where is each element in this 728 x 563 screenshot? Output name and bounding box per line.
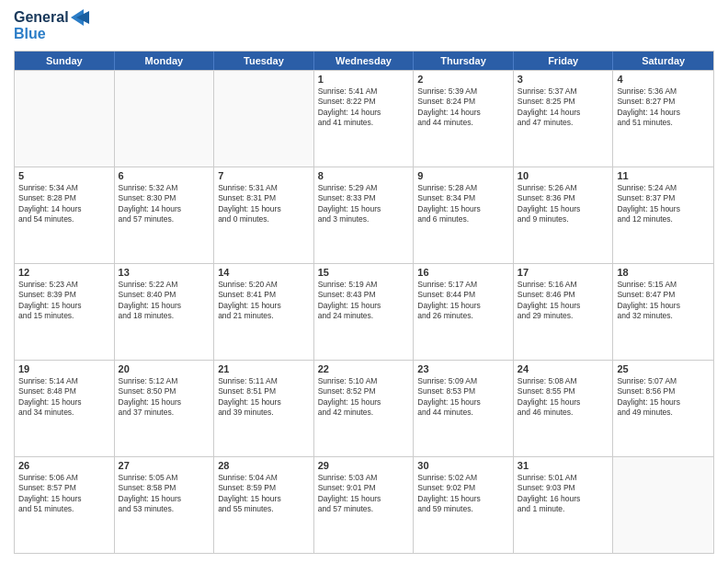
day-number: 17 <box>518 267 609 278</box>
cell-line: and 57 minutes. <box>318 504 410 514</box>
cell-data: Sunrise: 5:23 AMSunset: 8:39 PMDaylight:… <box>18 280 110 322</box>
logo-arrow-icon <box>71 9 89 26</box>
cell-line: Sunrise: 5:37 AM <box>518 86 609 97</box>
day-number: 14 <box>218 267 310 278</box>
cell-line: and 3 minutes. <box>318 214 410 224</box>
calendar-header: SundayMondayTuesdayWednesdayThursdayFrid… <box>15 52 713 70</box>
cell-data: Sunrise: 5:39 AMSunset: 8:24 PMDaylight:… <box>417 86 509 129</box>
cell-data: Sunrise: 5:15 AMSunset: 8:47 PMDaylight:… <box>617 280 710 322</box>
cell-line: Sunrise: 5:09 AM <box>417 376 509 386</box>
day-number: 19 <box>18 363 110 374</box>
cell-line: Sunset: 9:02 PM <box>417 483 509 493</box>
cell-line: Daylight: 15 hours <box>318 397 410 408</box>
cell-line: Sunrise: 5:28 AM <box>417 183 509 193</box>
cell-data: Sunrise: 5:11 AMSunset: 8:51 PMDaylight:… <box>218 376 310 419</box>
cell-line: Daylight: 15 hours <box>18 494 110 504</box>
day-number: 23 <box>417 363 509 374</box>
header-day: Monday <box>115 52 215 70</box>
cell-line: Sunrise: 5:36 AM <box>617 86 710 97</box>
calendar-cell: 5Sunrise: 5:34 AMSunset: 8:28 PMDaylight… <box>15 167 115 263</box>
cell-line: Sunset: 8:30 PM <box>119 193 210 203</box>
day-number: 2 <box>417 74 509 85</box>
cell-line: Sunrise: 5:31 AM <box>218 183 310 193</box>
calendar-cell: 14Sunrise: 5:20 AMSunset: 8:41 PMDayligh… <box>214 264 314 360</box>
cell-line: Sunset: 8:27 PM <box>617 97 710 107</box>
calendar-cell: 12Sunrise: 5:23 AMSunset: 8:39 PMDayligh… <box>15 264 115 360</box>
calendar-cell: 1Sunrise: 5:41 AMSunset: 8:22 PMDaylight… <box>314 71 415 167</box>
cell-line: Sunset: 8:46 PM <box>518 290 609 300</box>
cell-line: Daylight: 15 hours <box>218 204 310 214</box>
logo-general: General <box>14 9 69 26</box>
cell-line: and 55 minutes. <box>218 504 310 514</box>
cell-line: Sunset: 8:41 PM <box>218 290 310 300</box>
calendar-cell <box>15 71 115 167</box>
day-number: 24 <box>518 363 609 374</box>
calendar-cell: 22Sunrise: 5:10 AMSunset: 8:52 PMDayligh… <box>314 361 415 456</box>
cell-line: Sunset: 8:58 PM <box>119 483 210 493</box>
calendar-cell: 8Sunrise: 5:29 AMSunset: 8:33 PMDaylight… <box>314 167 415 263</box>
day-number: 30 <box>417 460 509 471</box>
day-number: 18 <box>617 267 710 278</box>
cell-line: Daylight: 14 hours <box>518 108 609 118</box>
cell-data: Sunrise: 5:32 AMSunset: 8:30 PMDaylight:… <box>119 183 210 225</box>
calendar-cell: 19Sunrise: 5:14 AMSunset: 8:48 PMDayligh… <box>15 361 115 456</box>
day-number: 12 <box>18 267 110 278</box>
cell-line: Sunset: 8:33 PM <box>318 193 410 203</box>
calendar-cell <box>115 71 215 167</box>
cell-data: Sunrise: 5:01 AMSunset: 9:03 PMDaylight:… <box>518 473 609 515</box>
calendar-row: 12Sunrise: 5:23 AMSunset: 8:39 PMDayligh… <box>15 263 713 360</box>
cell-line: Sunrise: 5:32 AM <box>119 183 210 193</box>
cell-data: Sunrise: 5:22 AMSunset: 8:40 PMDaylight:… <box>119 280 210 322</box>
day-number: 16 <box>417 267 509 278</box>
cell-line: Sunset: 8:28 PM <box>18 193 110 203</box>
day-number: 6 <box>119 170 210 181</box>
calendar-cell: 26Sunrise: 5:06 AMSunset: 8:57 PMDayligh… <box>15 457 115 553</box>
cell-line: Daylight: 15 hours <box>518 204 609 214</box>
day-number: 11 <box>617 170 710 181</box>
day-number: 26 <box>18 460 110 471</box>
calendar-row: 1Sunrise: 5:41 AMSunset: 8:22 PMDaylight… <box>15 70 713 167</box>
calendar-cell: 9Sunrise: 5:28 AMSunset: 8:34 PMDaylight… <box>414 167 514 263</box>
cell-line: Daylight: 15 hours <box>18 301 110 311</box>
cell-line: and 51 minutes. <box>617 118 710 128</box>
cell-data: Sunrise: 5:16 AMSunset: 8:46 PMDaylight:… <box>518 280 609 322</box>
cell-line: Sunrise: 5:01 AM <box>518 473 609 483</box>
cell-line: and 9 minutes. <box>518 214 609 224</box>
header: General Blue <box>14 9 714 43</box>
calendar-cell: 23Sunrise: 5:09 AMSunset: 8:53 PMDayligh… <box>414 361 514 456</box>
cell-line: Sunrise: 5:16 AM <box>518 280 609 290</box>
day-number: 3 <box>518 74 609 85</box>
cell-line: Daylight: 15 hours <box>119 301 210 311</box>
cell-line: Sunset: 8:36 PM <box>518 193 609 203</box>
cell-line: Sunrise: 5:34 AM <box>18 183 110 193</box>
cell-line: Sunrise: 5:12 AM <box>119 376 210 386</box>
cell-line: Sunrise: 5:17 AM <box>417 280 509 290</box>
cell-line: and 49 minutes. <box>617 408 710 418</box>
cell-data: Sunrise: 5:04 AMSunset: 8:59 PMDaylight:… <box>218 473 310 515</box>
cell-line: Sunset: 8:39 PM <box>18 290 110 300</box>
cell-line: Sunset: 8:52 PM <box>318 386 410 396</box>
cell-line: Sunrise: 5:08 AM <box>518 376 609 386</box>
cell-line: Daylight: 15 hours <box>417 494 509 504</box>
header-day: Sunday <box>15 52 115 70</box>
calendar-cell: 11Sunrise: 5:24 AMSunset: 8:37 PMDayligh… <box>613 167 713 263</box>
cell-line: and 47 minutes. <box>518 118 609 128</box>
cell-line: Daylight: 15 hours <box>617 397 710 408</box>
cell-line: and 42 minutes. <box>318 408 410 418</box>
cell-line: Sunset: 8:22 PM <box>318 97 410 107</box>
calendar-cell <box>613 457 713 553</box>
cell-line: Sunset: 8:48 PM <box>18 386 110 396</box>
cell-line: and 44 minutes. <box>417 408 509 418</box>
cell-line: and 12 minutes. <box>617 214 710 224</box>
cell-data: Sunrise: 5:29 AMSunset: 8:33 PMDaylight:… <box>318 183 410 225</box>
calendar-cell: 4Sunrise: 5:36 AMSunset: 8:27 PMDaylight… <box>613 71 713 167</box>
logo: General Blue <box>14 9 89 43</box>
cell-line: Daylight: 15 hours <box>218 301 310 311</box>
calendar-row: 19Sunrise: 5:14 AMSunset: 8:48 PMDayligh… <box>15 360 713 456</box>
cell-line: Sunrise: 5:19 AM <box>318 280 410 290</box>
calendar-cell: 17Sunrise: 5:16 AMSunset: 8:46 PMDayligh… <box>514 264 614 360</box>
header-day: Saturday <box>613 52 713 70</box>
day-number: 1 <box>318 74 410 85</box>
calendar-cell: 27Sunrise: 5:05 AMSunset: 8:58 PMDayligh… <box>115 457 215 553</box>
calendar-cell: 6Sunrise: 5:32 AMSunset: 8:30 PMDaylight… <box>115 167 215 263</box>
